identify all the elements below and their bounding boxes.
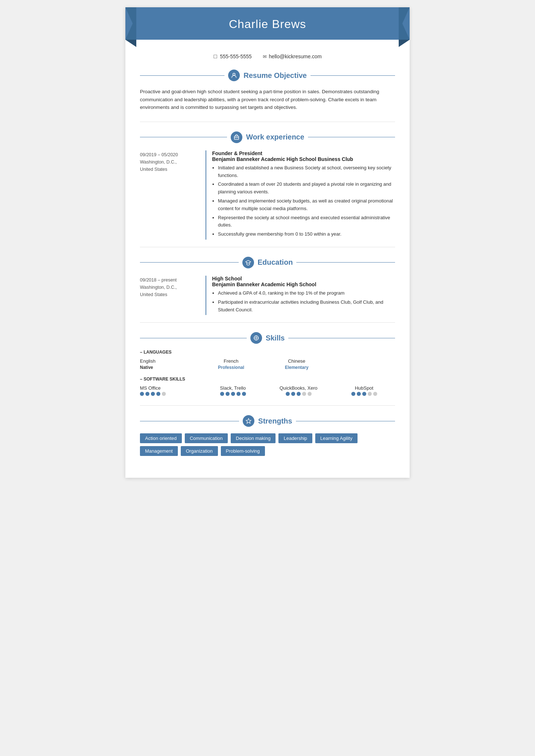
svg-marker-9 (246, 418, 251, 424)
dot-empty (308, 392, 312, 396)
work-bullet-2: Coordinated a team of over 20 students a… (218, 181, 395, 196)
lang-empty (329, 358, 395, 370)
work-date: 09/2019 – 05/2020 Washington, D.C.,Unite… (140, 150, 198, 240)
languages-grid: English Native French Professional Chine… (140, 358, 395, 370)
work-dates: 09/2019 – 05/2020 (140, 152, 178, 157)
strength-tag-8: Problem-solving (221, 446, 265, 456)
dot (220, 392, 224, 396)
work-icon (231, 131, 242, 143)
dot (231, 392, 235, 396)
lang-french-name: French (198, 358, 264, 364)
fold-left (125, 40, 136, 47)
separator-4 (140, 405, 395, 406)
dot (145, 392, 149, 396)
work-section-header: Work experience (125, 125, 410, 146)
skills-section-header: Skills (125, 326, 410, 347)
work-bullet-3: Managed and implemented society budgets,… (218, 197, 395, 213)
work-org: Benjamin Banneker Academic High School B… (212, 156, 395, 162)
edu-org: Benjamin Banneker Academic High School (212, 281, 395, 287)
sw-hubspot-dots (333, 392, 395, 396)
education-content: 09/2018 – present Washington, D.C.,Unite… (125, 271, 410, 319)
strengths-tags: Action oriented Communication Decision m… (140, 430, 395, 463)
work-bullet-5: Successfully grew membership from 0 to 1… (218, 231, 395, 238)
candidate-name: Charlie Brews (147, 17, 388, 31)
work-bullet-4: Represented the society at school meetin… (218, 214, 395, 229)
objective-content: Proactive and goal-driven high school st… (125, 84, 410, 119)
work-title: Work experience (246, 133, 304, 141)
strength-tag-5: Learning Agility (315, 433, 358, 443)
dot-empty (302, 392, 306, 396)
sw-slack: Slack, Trello (202, 385, 264, 396)
sw-ms-office-name: MS Office (140, 385, 198, 391)
sw-quickbooks-name: QuickBooks, Xero (268, 385, 329, 391)
strength-tag-6: Management (140, 446, 178, 456)
objective-text: Proactive and goal-driven high school st… (140, 84, 395, 119)
dot (291, 392, 295, 396)
dot (237, 392, 241, 396)
section-line-left (140, 75, 224, 76)
skills-content: – LANGUAGES English Native French Profes… (125, 347, 410, 402)
sw-slack-name: Slack, Trello (202, 385, 264, 391)
dot (226, 392, 230, 396)
fold-right (399, 40, 410, 47)
email-address: hello@kickresume.com (269, 54, 322, 59)
svg-point-4 (255, 337, 257, 339)
lang-english: English Native (140, 358, 198, 370)
sw-hubspot-name: HubSpot (333, 385, 395, 391)
lang-chinese-name: Chinese (264, 358, 329, 364)
section-line-right-skills (288, 338, 395, 338)
lang-french: French Professional (198, 358, 264, 370)
dot (156, 392, 160, 396)
edu-date: 09/2018 – present Washington, D.C.,Unite… (140, 276, 198, 315)
work-entry: 09/2019 – 05/2020 Washington, D.C.,Unite… (140, 146, 395, 244)
dot (297, 392, 301, 396)
section-line-left-str (140, 421, 239, 421)
sw-ms-office: MS Office (140, 385, 198, 396)
strength-tag-1: Action oriented (140, 433, 182, 443)
skills-title: Skills (266, 334, 285, 342)
dot (151, 392, 155, 396)
edu-entry-content: High School Benjamin Banneker Academic H… (206, 276, 395, 315)
strengths-title: Strengths (258, 417, 292, 425)
lang-english-level: Native (140, 365, 198, 370)
strengths-section-header: Strengths (125, 409, 410, 430)
sw-ms-office-dots (140, 392, 198, 396)
section-line-right-edu (296, 262, 395, 263)
dot (286, 392, 290, 396)
work-entry-content: Founder & President Benjamin Banneker Ac… (206, 150, 395, 240)
dot-empty (373, 392, 377, 396)
section-line-left-work (140, 137, 227, 137)
education-section-header: Education (125, 250, 410, 271)
edu-bullet-2: Participated in extracurricular activiti… (218, 299, 395, 314)
lang-chinese-level: Elementary (264, 365, 329, 370)
education-title: Education (258, 258, 293, 267)
separator-2 (140, 247, 395, 247)
work-bullets: Initiated and established a new Business… (212, 164, 395, 238)
section-line-right-str (296, 421, 395, 421)
resume-container: Charlie Brews ☐ 555-555-5555 ✉ hello@kic… (125, 7, 410, 478)
section-line-right (311, 75, 395, 76)
edu-bullet-1: Achieved a GPA of 4.0, ranking in the to… (218, 290, 395, 297)
edu-degree: High School (212, 276, 395, 281)
skills-icon (250, 332, 262, 344)
strength-tag-3: Decision making (231, 433, 276, 443)
sw-hubspot: HubSpot (333, 385, 395, 396)
section-line-left-skills (140, 338, 247, 338)
edu-dates: 09/2018 – present (140, 277, 177, 283)
education-icon (242, 257, 254, 268)
objective-icon (228, 70, 240, 81)
dot (362, 392, 366, 396)
phone-contact: ☐ 555-555-5555 (213, 54, 251, 59)
work-bullet-1: Initiated and established a new Business… (218, 164, 395, 180)
dot-empty (368, 392, 372, 396)
strengths-content: Action oriented Communication Decision m… (125, 430, 410, 463)
fold-mid (136, 40, 399, 47)
section-line-left-edu (140, 262, 239, 263)
dot (351, 392, 355, 396)
dot-empty (162, 392, 166, 396)
strength-tag-7: Organization (181, 446, 218, 456)
software-label: – SOFTWARE SKILLS (140, 377, 395, 382)
education-entry: 09/2018 – present Washington, D.C.,Unite… (140, 271, 395, 319)
software-grid: MS Office Slack, Trello (140, 385, 395, 396)
work-location: Washington, D.C.,United States (140, 160, 177, 172)
